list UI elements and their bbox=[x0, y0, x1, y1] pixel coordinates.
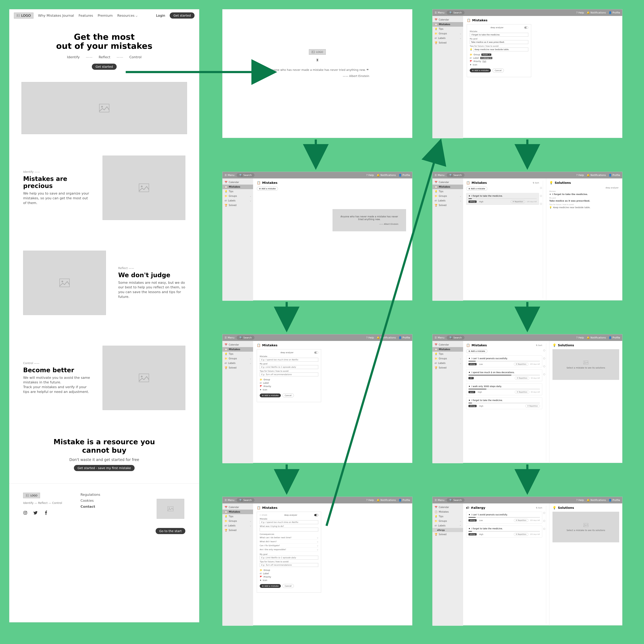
sidebar-mistakes[interactable]: 📋 Mistakes bbox=[222, 185, 253, 189]
search-input[interactable]: 🔍 Search bbox=[447, 498, 464, 502]
sidebar-solved[interactable]: 🏆 Solved bbox=[222, 365, 253, 370]
search-input[interactable]: 🔍 Search bbox=[237, 173, 254, 177]
footer-regulations[interactable]: Regulations bbox=[80, 493, 100, 497]
goal-input[interactable] bbox=[260, 556, 318, 560]
mistake-item[interactable]: ⚫ I can' t avoid peanuts succesfully.all… bbox=[466, 355, 542, 367]
menu-button[interactable]: ☰ Menu bbox=[225, 499, 234, 502]
nav-features[interactable]: Features bbox=[79, 14, 93, 17]
add-mistake-button[interactable]: ⊕ Add a mistake bbox=[470, 69, 491, 72]
add-mistake-button[interactable]: ⊕ Add a mistake bbox=[466, 187, 487, 191]
sidebar-labels[interactable]: 🏷 Labels⌵ bbox=[432, 36, 463, 40]
sidebar-mistakes[interactable]: 📋 Mistakes bbox=[222, 510, 253, 514]
menu-button[interactable]: ☰ Menu bbox=[225, 174, 234, 177]
sidebar-tips[interactable]: 💡 Tips bbox=[222, 514, 253, 519]
goal-input[interactable] bbox=[260, 365, 318, 369]
mistake-item[interactable]: ⚫ I forget to take the medicine.allergyH… bbox=[466, 397, 542, 409]
search-input[interactable]: 🔍 Search bbox=[447, 173, 464, 177]
facebook-icon[interactable] bbox=[44, 511, 48, 515]
search-input[interactable]: 🔍 Search bbox=[447, 336, 464, 340]
mistake-item[interactable]: ⚫ I forget to take the medicine.allergyH… bbox=[466, 526, 542, 537]
menu-button[interactable]: ☰ Menu bbox=[225, 336, 234, 339]
deep-q1[interactable]: What can I do better next time?⌵ bbox=[260, 536, 318, 540]
toggle-switch[interactable] bbox=[314, 352, 318, 354]
sidebar-solved[interactable]: 🏆 Solved bbox=[432, 40, 463, 45]
hero-cta-button[interactable]: Get started bbox=[92, 64, 117, 70]
logo[interactable]: LOGO bbox=[14, 13, 33, 19]
sidebar-mistakes[interactable]: 📋 Mistakes bbox=[432, 22, 463, 27]
instagram-icon[interactable] bbox=[23, 511, 27, 515]
sidebar-labels[interactable]: 🏷 Labels⌵ bbox=[222, 361, 253, 365]
mistake-item[interactable]: ⚫ I walk only 3000 steps daily.sportHigh… bbox=[466, 383, 542, 395]
search-input[interactable]: 🔍 Search bbox=[237, 498, 254, 502]
sidebar-groups[interactable]: 📁 Groups⌵ bbox=[222, 356, 253, 361]
sidebar-solved[interactable]: 🏆 Solved bbox=[432, 532, 463, 537]
profile-button[interactable]: 👤 Profile bbox=[609, 11, 620, 14]
cancel-button[interactable]: Cancel bbox=[282, 394, 294, 397]
sort-button[interactable]: ⇅ Sort bbox=[533, 182, 539, 184]
sidebar-solved[interactable]: 🏆 Solved bbox=[222, 528, 253, 533]
help-button[interactable]: ? Help bbox=[576, 174, 584, 177]
help-button[interactable]: ? Help bbox=[576, 11, 584, 14]
help-button[interactable]: ? Help bbox=[576, 336, 584, 339]
chip-allergy[interactable]: + allergy × bbox=[480, 57, 492, 59]
notif-button[interactable]: 🔔 Notifications bbox=[587, 336, 606, 339]
deep-q3[interactable]: Can I fix it/mitigate?⌵ bbox=[260, 544, 318, 548]
menu-button[interactable]: ☰ Menu bbox=[435, 11, 444, 14]
sidebar-tips[interactable]: 💡 Tips bbox=[432, 27, 463, 31]
mistake-item[interactable]: ⚫ I spend too much $ on Ikea decorations… bbox=[466, 369, 542, 381]
deep-analyzer-toggle[interactable]: deep analyzer bbox=[490, 27, 503, 29]
nav-resources[interactable]: Resources ⌵ bbox=[117, 14, 138, 17]
notif-button[interactable]: 🔔 Notifications bbox=[587, 174, 606, 177]
twitter-icon[interactable] bbox=[34, 511, 38, 515]
help-button[interactable]: ? Help bbox=[576, 499, 584, 502]
add-mistake-button[interactable]: ⊕ Add a mistake bbox=[260, 584, 281, 588]
scroll-top-button[interactable]: Go to the start bbox=[156, 528, 185, 534]
mistake-input[interactable] bbox=[260, 358, 318, 362]
profile-button[interactable]: 👤 Profile bbox=[609, 174, 620, 177]
mistake-item[interactable]: ⚫ I forget to take the medicine. allergy… bbox=[466, 193, 539, 205]
get-started-button[interactable]: Get started bbox=[170, 12, 195, 19]
goal-input[interactable] bbox=[470, 40, 528, 44]
login-link[interactable]: Login bbox=[156, 14, 165, 17]
sidebar-groups[interactable]: 📁 Groups⌵ bbox=[222, 519, 253, 523]
search-input[interactable]: 🔍 Search bbox=[237, 336, 254, 340]
sidebar-labels[interactable]: 🏷 Labels⌵ bbox=[222, 198, 253, 203]
toggle-switch[interactable] bbox=[314, 514, 318, 516]
nav-why[interactable]: Why Mistakes Journal bbox=[38, 14, 74, 17]
add-mistake-button[interactable]: ⊕ Add a mistake bbox=[260, 394, 281, 397]
deep-q2[interactable]: What did I learn?⌵ bbox=[260, 540, 318, 544]
cancel-button[interactable]: Cancel bbox=[282, 584, 294, 588]
sidebar-groups[interactable]: 📁 Groups⌵ bbox=[222, 194, 253, 198]
footer-cookies[interactable]: Cookies bbox=[80, 499, 100, 503]
nav-premium[interactable]: Premium bbox=[98, 14, 113, 17]
sidebar-solved[interactable]: 🏆 Solved bbox=[222, 203, 253, 208]
tips-input[interactable] bbox=[473, 48, 528, 51]
profile-button[interactable]: 👤 Profile bbox=[609, 499, 620, 502]
cancel-button[interactable]: Cancel bbox=[492, 69, 504, 72]
toggle-switch[interactable] bbox=[524, 27, 528, 29]
sidebar-tips[interactable]: 💡 Tips bbox=[222, 189, 253, 194]
search-input[interactable]: 🔍 Search bbox=[447, 11, 464, 15]
tips-input[interactable] bbox=[260, 373, 318, 376]
mistake-input[interactable] bbox=[260, 520, 318, 524]
add-mistake-button[interactable]: ⊕ Add a mistake bbox=[466, 349, 487, 353]
footer-logo[interactable]: LOGO bbox=[23, 493, 40, 498]
repetition-button[interactable]: ⟳ Repetition bbox=[511, 200, 525, 203]
sidebar-calendar[interactable]: 📅 Calendar bbox=[222, 505, 253, 510]
notif-button[interactable]: 🔔 Notifications bbox=[587, 11, 606, 14]
sidebar-tips[interactable]: 💡 Tips bbox=[222, 352, 253, 356]
cta-button[interactable]: Get started - save my first mistake bbox=[74, 465, 135, 471]
add-mistake-button[interactable]: ⊕ Add a mistake bbox=[257, 187, 278, 191]
mistake-item[interactable]: ⚫ I can' t avoid peanuts succesfully.all… bbox=[466, 512, 542, 524]
deep-q4[interactable]: Am I the only responsible?⌵ bbox=[260, 548, 318, 552]
tips-input[interactable] bbox=[260, 563, 318, 567]
mistake-input[interactable] bbox=[470, 33, 528, 37]
sidebar-labels[interactable]: 🏷 Labels⌵ bbox=[222, 523, 253, 528]
sidebar-calendar[interactable]: 📅 Calendar bbox=[222, 180, 253, 185]
sidebar-groups[interactable]: 📁 Groups⌵ bbox=[432, 31, 463, 36]
footer-contact[interactable]: Contact bbox=[80, 505, 100, 508]
sort-button[interactable]: ⇅ Sort bbox=[536, 344, 542, 346]
trying-input[interactable] bbox=[260, 528, 318, 531]
sidebar-calendar[interactable]: 📅 Calendar bbox=[222, 342, 253, 347]
profile-button[interactable]: 👤 Profile bbox=[609, 336, 620, 339]
